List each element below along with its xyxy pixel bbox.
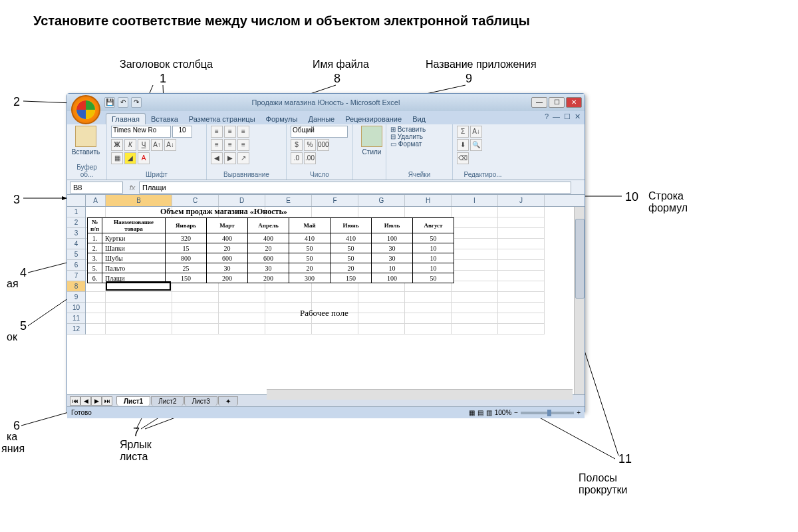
label-5-text: ок bbox=[7, 331, 17, 343]
tab-nav-prev-icon[interactable]: ◀ bbox=[80, 396, 91, 406]
doc-min-icon[interactable]: — bbox=[553, 112, 560, 121]
vertical-scrollbar[interactable] bbox=[574, 207, 585, 394]
col-header-F[interactable]: F bbox=[312, 195, 358, 206]
col-header-A[interactable]: A bbox=[86, 195, 106, 206]
view-normal-icon[interactable]: ▦ bbox=[469, 409, 475, 416]
tab-nav-last-icon[interactable]: ⏭ bbox=[102, 396, 112, 406]
bold-button[interactable]: Ж bbox=[111, 139, 123, 151]
font-color-icon[interactable]: A bbox=[138, 152, 150, 164]
column-headers: ABCDEFGHIJ bbox=[67, 195, 585, 207]
horizontal-scrollbar[interactable] bbox=[267, 389, 573, 400]
col-header-J[interactable]: J bbox=[498, 195, 545, 206]
tab-nav-first-icon[interactable]: ⏮ bbox=[70, 396, 80, 406]
row-header-5[interactable]: 5 bbox=[67, 249, 85, 260]
clear-icon[interactable]: ⌫ bbox=[457, 152, 469, 164]
qat-save-icon[interactable]: 💾 bbox=[104, 97, 115, 108]
doc-max-icon[interactable]: ☐ bbox=[564, 112, 571, 121]
row-header-8[interactable]: 8 bbox=[67, 281, 85, 292]
select-all-corner[interactable] bbox=[67, 195, 86, 206]
zoom-slider[interactable] bbox=[521, 412, 574, 414]
dec-dec-icon[interactable]: .00 bbox=[304, 152, 316, 164]
minimize-button[interactable]: — bbox=[531, 97, 547, 108]
row-header-3[interactable]: 3 bbox=[67, 228, 85, 239]
col-header-E[interactable]: E bbox=[265, 195, 312, 206]
sheet-tab-1[interactable]: Лист1 bbox=[116, 396, 150, 406]
indent-inc-icon[interactable]: ▶ bbox=[224, 152, 236, 164]
row-header-6[interactable]: 6 bbox=[67, 260, 85, 271]
view-layout-icon[interactable]: ▤ bbox=[477, 409, 483, 416]
view-break-icon[interactable]: ▥ bbox=[486, 409, 492, 416]
row-header-12[interactable]: 12 bbox=[67, 324, 85, 334]
row-header-9[interactable]: 9 bbox=[67, 292, 85, 303]
sum-icon[interactable]: Σ bbox=[457, 126, 469, 138]
name-box[interactable]: B8 bbox=[70, 182, 123, 194]
sheet-tab-3[interactable]: Лист3 bbox=[184, 396, 217, 406]
col-header-D[interactable]: D bbox=[219, 195, 265, 206]
zoom-in-icon[interactable]: + bbox=[577, 409, 581, 416]
office-button[interactable] bbox=[71, 95, 100, 124]
vscroll-thumb[interactable] bbox=[575, 219, 585, 299]
maximize-button[interactable]: ☐ bbox=[549, 97, 565, 108]
qat-undo-icon[interactable]: ↶ bbox=[118, 97, 128, 108]
paste-button[interactable]: Вставить bbox=[71, 126, 100, 156]
styles-button[interactable]: Стили bbox=[357, 126, 386, 156]
row-header-1[interactable]: 1 bbox=[67, 207, 85, 217]
grow-font-icon[interactable]: A↑ bbox=[151, 139, 163, 151]
border-icon[interactable]: ▦ bbox=[111, 152, 123, 164]
align-tc-icon[interactable]: ≡ bbox=[224, 126, 236, 138]
fill-icon[interactable]: ⬇ bbox=[457, 139, 469, 151]
row-header-7[interactable]: 7 bbox=[67, 271, 85, 281]
doc-close-icon[interactable]: ✕ bbox=[575, 112, 581, 121]
formula-input[interactable]: Плащи bbox=[139, 182, 571, 194]
fill-color-icon[interactable]: ◢ bbox=[124, 152, 136, 164]
italic-button[interactable]: К bbox=[124, 139, 136, 151]
inc-dec-icon[interactable]: .0 bbox=[291, 152, 303, 164]
comma-icon[interactable]: 000 bbox=[317, 139, 329, 151]
zoom-out-icon[interactable]: − bbox=[514, 409, 518, 416]
label-11-text: Полосы прокрутки bbox=[579, 472, 627, 496]
align-tl-icon[interactable]: ≡ bbox=[211, 126, 223, 138]
row-header-2[interactable]: 2 bbox=[67, 217, 85, 228]
help-icon[interactable]: ? bbox=[545, 112, 549, 121]
align-tr-icon[interactable]: ≡ bbox=[237, 126, 249, 138]
row-header-4[interactable]: 4 bbox=[67, 239, 85, 249]
sheet-tab-2[interactable]: Лист2 bbox=[151, 396, 184, 406]
sort-icon[interactable]: А↓ bbox=[470, 126, 482, 138]
row-header-10[interactable]: 10 bbox=[67, 303, 85, 313]
tab-view[interactable]: Вид bbox=[407, 114, 431, 124]
row-header-11[interactable]: 11 bbox=[67, 313, 85, 324]
col-header-H[interactable]: H bbox=[405, 195, 452, 206]
font-size-select[interactable]: 10 bbox=[172, 126, 192, 138]
currency-icon[interactable]: $ bbox=[291, 139, 303, 151]
find-icon[interactable]: 🔍 bbox=[470, 139, 482, 151]
col-header-C[interactable]: C bbox=[172, 195, 219, 206]
tab-layout[interactable]: Разметка страницы bbox=[184, 114, 261, 124]
qat-redo-icon[interactable]: ↷ bbox=[131, 97, 142, 108]
close-button[interactable]: ✕ bbox=[566, 97, 582, 108]
number-format-select[interactable]: Общий bbox=[291, 126, 348, 138]
align-l-icon[interactable]: ≡ bbox=[211, 139, 223, 151]
indent-dec-icon[interactable]: ◀ bbox=[211, 152, 223, 164]
percent-icon[interactable]: % bbox=[304, 139, 316, 151]
delete-cells-button[interactable]: ⊟ Удалить bbox=[390, 133, 423, 140]
title-bar: 💾 ↶ ↷ Продажи магазина Юность - Microsof… bbox=[67, 94, 585, 111]
shrink-font-icon[interactable]: A↓ bbox=[164, 139, 176, 151]
col-header-B[interactable]: B bbox=[106, 195, 172, 206]
tab-nav-next-icon[interactable]: ▶ bbox=[91, 396, 102, 406]
underline-button[interactable]: Ч bbox=[138, 139, 150, 151]
new-sheet-icon[interactable]: ✦ bbox=[218, 396, 238, 406]
tab-home[interactable]: Главная bbox=[106, 113, 146, 124]
tab-formulas[interactable]: Формулы bbox=[261, 114, 303, 124]
orient-icon[interactable]: ↗ bbox=[237, 152, 249, 164]
fx-icon[interactable]: fx bbox=[126, 184, 139, 192]
format-cells-button[interactable]: ▭ Формат bbox=[390, 140, 422, 148]
align-r-icon[interactable]: ≡ bbox=[237, 139, 249, 151]
tab-data[interactable]: Данные bbox=[303, 114, 340, 124]
insert-cells-button[interactable]: ⊞ Вставить bbox=[390, 126, 426, 133]
col-header-I[interactable]: I bbox=[452, 195, 498, 206]
font-name-select[interactable]: Times New Ro bbox=[111, 126, 171, 138]
align-c-icon[interactable]: ≡ bbox=[224, 139, 236, 151]
tab-insert[interactable]: Вставка bbox=[146, 114, 184, 124]
tab-review[interactable]: Рецензирование bbox=[340, 114, 407, 124]
col-header-G[interactable]: G bbox=[358, 195, 405, 206]
